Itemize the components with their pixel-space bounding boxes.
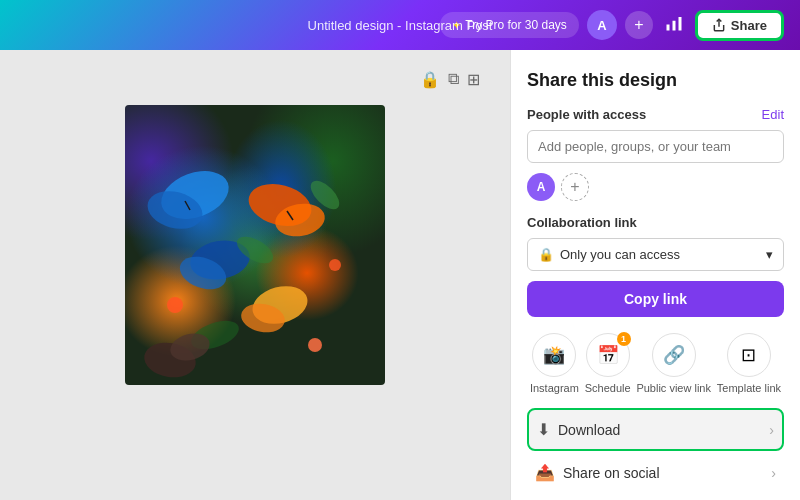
- avatar: A: [527, 173, 555, 201]
- header: Untitled design - Instagram Post ✦ Try P…: [0, 0, 800, 50]
- share-panel: Share this design People with access Edi…: [510, 50, 800, 500]
- share-social-label: Share on social: [563, 465, 660, 481]
- edit-access-link[interactable]: Edit: [762, 107, 784, 122]
- people-access-label: People with access: [527, 107, 646, 122]
- share-button[interactable]: Share: [695, 10, 784, 41]
- svg-point-16: [308, 338, 322, 352]
- instagram-icon: 📸: [532, 333, 576, 377]
- copy-canvas-icon[interactable]: ⧉: [448, 70, 459, 89]
- lock-canvas-icon[interactable]: 🔒: [420, 70, 440, 89]
- main-area: 🔒 ⧉ ⊞: [0, 50, 800, 500]
- action-share-social[interactable]: 📤 Share on social ›: [527, 453, 784, 492]
- canvas-toolbar: 🔒 ⧉ ⊞: [420, 70, 480, 89]
- collab-link-label: Collaboration link: [527, 215, 784, 230]
- public-view-icon: 🔗: [652, 333, 696, 377]
- chevron-down-icon: ▾: [766, 247, 773, 262]
- svg-rect-0: [666, 25, 669, 31]
- action-list: ⬇ Download › 📤 Share on social › 🖨 Print…: [527, 408, 784, 500]
- analytics-button[interactable]: [661, 10, 687, 40]
- action-print[interactable]: 🖨 Print with Canva ›: [527, 494, 784, 500]
- download-icon: ⬇: [537, 420, 550, 439]
- template-link-label: Template link: [717, 382, 781, 394]
- add-people-input[interactable]: [527, 130, 784, 163]
- action-download-left: ⬇ Download: [537, 420, 620, 439]
- share-social-icon: 📤: [535, 463, 555, 482]
- copy-link-button[interactable]: Copy link: [527, 281, 784, 317]
- instagram-label: Instagram: [530, 382, 579, 394]
- share-option-public-view[interactable]: 🔗 Public view link: [636, 333, 711, 394]
- template-link-icon: ⊡: [727, 333, 771, 377]
- add-person-button[interactable]: +: [561, 173, 589, 201]
- people-access-row: People with access Edit: [527, 107, 784, 122]
- document-title: Untitled design - Instagram Post: [308, 18, 493, 33]
- share-social-chevron: ›: [771, 465, 776, 481]
- share-label: Share: [731, 18, 767, 33]
- lock-icon: 🔒: [538, 247, 554, 262]
- share-option-instagram[interactable]: 📸 Instagram: [530, 333, 579, 394]
- design-canvas: [125, 105, 385, 385]
- svg-rect-2: [678, 17, 681, 31]
- collab-dropdown[interactable]: 🔒 Only you can access ▾: [527, 238, 784, 271]
- public-view-label: Public view link: [636, 382, 711, 394]
- schedule-label: Schedule: [585, 382, 631, 394]
- action-download[interactable]: ⬇ Download ›: [527, 408, 784, 451]
- svg-rect-1: [672, 21, 675, 31]
- svg-point-14: [167, 297, 183, 313]
- avatar-letter: A: [597, 18, 606, 33]
- share-option-schedule[interactable]: 📅 1 Schedule: [585, 333, 631, 394]
- download-chevron: ›: [769, 422, 774, 438]
- panel-title: Share this design: [527, 70, 784, 91]
- avatar-button[interactable]: A: [587, 10, 617, 40]
- more-canvas-icon[interactable]: ⊞: [467, 70, 480, 89]
- butterfly-illustration: [125, 105, 385, 385]
- collab-dropdown-left: 🔒 Only you can access: [538, 247, 680, 262]
- avatar-row: A +: [527, 173, 784, 201]
- schedule-badge: 1: [617, 332, 631, 346]
- download-label: Download: [558, 422, 620, 438]
- collab-option-text: Only you can access: [560, 247, 680, 262]
- canvas-area: 🔒 ⧉ ⊞: [0, 50, 510, 500]
- svg-point-15: [329, 259, 341, 271]
- schedule-icon: 📅 1: [586, 333, 630, 377]
- share-option-template[interactable]: ⊡ Template link: [717, 333, 781, 394]
- action-share-social-left: 📤 Share on social: [535, 463, 660, 482]
- share-options-row: 📸 Instagram 📅 1 Schedule 🔗 Public view l…: [527, 333, 784, 394]
- add-team-button[interactable]: +: [625, 11, 653, 39]
